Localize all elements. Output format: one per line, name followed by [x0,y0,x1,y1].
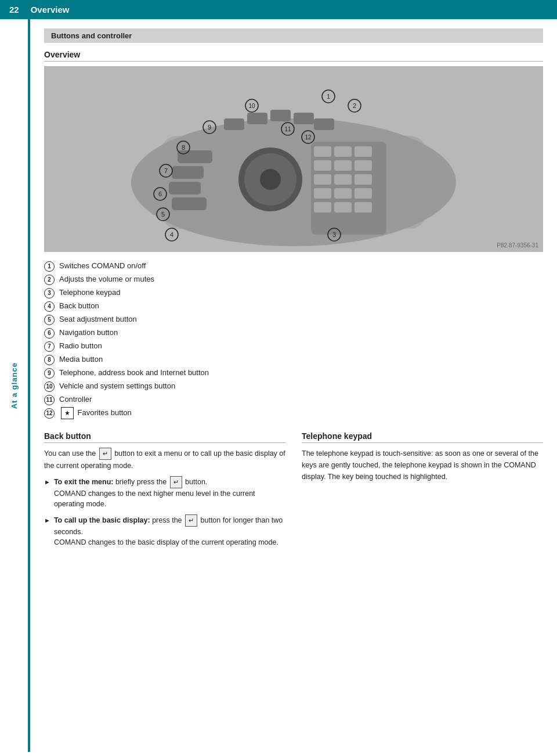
diagram-watermark: P82.87-9356-31 [497,242,538,249]
sidebar-label: At a glance [10,362,19,409]
back-button-section: Back button You can use the ↵ button to … [44,431,285,553]
part-number: 9 [44,368,55,379]
part-number: 2 [44,275,55,285]
svg-rect-15 [334,160,352,171]
svg-rect-21 [334,188,352,199]
telephone-keypad-title: Telephone keypad [302,431,543,443]
svg-text:8: 8 [182,144,185,151]
part-number: 10 [44,381,55,392]
svg-rect-8 [169,182,201,195]
bullet-exit-menu: ► To exit the menu: briefly press the ↵ … [44,476,285,510]
part-label: Adjusts the volume or mutes [59,273,154,285]
svg-rect-9 [172,197,207,210]
parts-list-item: 8Media button [44,354,543,365]
part-label: Telephone keypad [59,287,121,298]
svg-rect-26 [224,118,244,130]
parts-list-item: 12★ Favorites button [44,407,543,419]
part-number: 5 [44,315,55,325]
diagram-area: 1 2 3 4 5 6 7 8 [44,66,543,252]
parts-list: 1Switches COMAND on/off2Adjusts the volu… [44,260,543,421]
svg-rect-14 [314,160,331,171]
svg-rect-12 [334,146,352,157]
svg-rect-27 [247,113,267,124]
svg-rect-22 [355,188,372,199]
part-number: 12 [44,408,55,419]
svg-text:10: 10 [248,103,255,109]
parts-list-item: 11Controller [44,394,543,405]
svg-rect-29 [294,113,314,124]
svg-rect-28 [270,110,291,121]
overview-title: Overview [44,50,543,62]
telephone-keypad-text: The telephone keypad is touch-sensitive:… [302,448,543,483]
svg-rect-19 [355,174,372,185]
parts-list-item: 10Vehicle and system settings button [44,380,543,392]
svg-rect-11 [314,146,331,157]
part-number: 4 [44,301,55,312]
back-button-title: Back button [44,431,285,443]
part-label: Back button [59,300,99,312]
part-label: Radio button [59,340,102,352]
part-label: Media button [59,354,103,365]
svg-rect-25 [355,202,372,213]
section-title: Buttons and controller [51,31,132,40]
svg-rect-16 [355,160,372,171]
part-number: 1 [44,261,55,272]
svg-text:2: 2 [353,102,356,109]
svg-rect-18 [334,174,352,185]
part-label: Navigation button [59,327,118,339]
parts-list-item: 1Switches COMAND on/off [44,260,543,272]
back-button-intro-text: You can use the [44,449,98,458]
parts-list-item: 3Telephone keypad [44,287,543,298]
back-button-icon-inline: ↵ [99,448,111,460]
svg-text:7: 7 [164,167,168,174]
svg-rect-24 [334,202,352,213]
parts-list-item: 5Seat adjustment button [44,314,543,325]
exit-menu-button-icon: ↵ [170,476,182,488]
svg-rect-17 [314,174,331,185]
back-button-intro: You can use the ↵ button to exit a menu … [44,448,285,472]
svg-rect-7 [172,166,204,179]
parts-list-item: 7Radio button [44,340,543,352]
svg-text:9: 9 [208,124,211,131]
part-label: Telephone, address book and Internet but… [59,367,209,379]
diagram-svg: 1 2 3 4 5 6 7 8 [44,66,543,252]
favorites-box: ★ [61,407,74,419]
bullet-arrow-2: ► [44,516,50,525]
svg-text:5: 5 [161,211,165,218]
part-number: 8 [44,355,55,365]
telephone-keypad-section: Telephone keypad The telephone keypad is… [302,431,543,553]
svg-text:6: 6 [158,190,162,197]
bullet-arrow-1: ► [44,477,50,487]
svg-rect-6 [178,150,212,163]
parts-list-item: 9Telephone, address book and Internet bu… [44,367,543,379]
basic-display-button-icon: ↵ [185,514,197,527]
section-header: Buttons and controller [44,28,543,43]
parts-list-item: 2Adjusts the volume or mutes [44,273,543,285]
header-title: Overview [31,5,70,15]
part-label: Seat adjustment button [59,314,137,325]
part-label: ★ Favorites button [59,407,132,419]
svg-text:3: 3 [332,231,336,238]
bullet-label-2: To call up the basic display: [54,516,152,524]
part-label: Vehicle and system settings button [59,380,175,392]
svg-point-5 [260,169,281,190]
svg-rect-13 [355,146,372,157]
parts-list-item: 4Back button [44,300,543,312]
sidebar: At a glance [0,19,30,752]
parts-list-item: 6Navigation button [44,327,543,339]
svg-text:11: 11 [284,126,291,132]
part-number: 11 [44,395,55,405]
svg-text:4: 4 [170,231,173,238]
main-content: Buttons and controller Overview [30,19,557,752]
part-number: 3 [44,288,55,298]
part-number: 6 [44,328,55,339]
bullet-text-1: To exit the menu: briefly press the ↵ bu… [54,476,285,510]
svg-text:1: 1 [327,93,330,100]
bullet-label-1: To exit the menu: [54,478,115,486]
bullet-text-2: To call up the basic display: press the … [54,514,285,548]
svg-rect-23 [314,202,331,213]
part-label: Switches COMAND on/off [59,260,146,272]
two-column-section: Back button You can use the ↵ button to … [44,431,543,553]
part-number: 7 [44,341,55,352]
page-number: 22 [9,5,19,15]
